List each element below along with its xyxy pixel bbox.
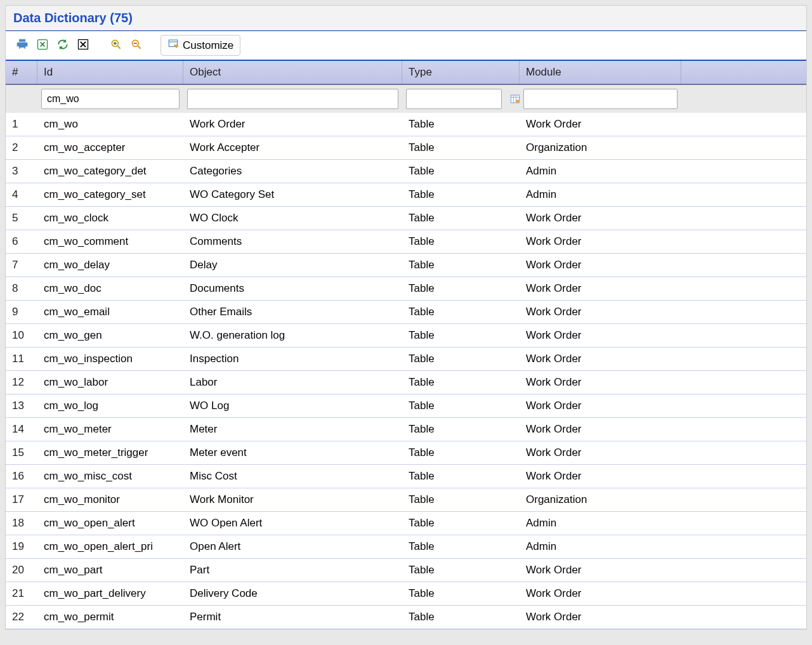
- print-button[interactable]: [13, 37, 31, 55]
- export-excel-button[interactable]: [34, 37, 51, 55]
- table-row[interactable]: 13cm_wo_logWO LogTableWork Order: [6, 394, 806, 418]
- table-row[interactable]: 22cm_wo_permitPermitTableWork Order: [6, 606, 806, 629]
- zoom-in-button[interactable]: [107, 37, 125, 55]
- cell-rownum: 12: [6, 371, 37, 394]
- cell-type: Table: [402, 418, 520, 441]
- cell-blank: [681, 606, 806, 629]
- cell-blank: [681, 183, 806, 206]
- cell-type: Table: [402, 465, 520, 488]
- clear-filter-button[interactable]: [74, 37, 92, 55]
- cell-blank: [681, 277, 806, 300]
- grid-body: 1cm_woWork OrderTableWork Order2cm_wo_ac…: [6, 113, 806, 629]
- table-row[interactable]: 4cm_wo_category_setWO Category SetTableA…: [6, 183, 806, 207]
- cell-id: cm_wo_clock: [37, 207, 183, 230]
- grid-header: # Id Object Type Module: [6, 61, 806, 85]
- cell-object: Work Accepter: [183, 136, 402, 159]
- cell-module: Work Order: [520, 465, 681, 488]
- cell-id: cm_wo_misc_cost: [37, 465, 183, 488]
- table-row[interactable]: 21cm_wo_part_deliveryDelivery CodeTableW…: [6, 582, 806, 606]
- cell-blank: [681, 301, 806, 323]
- cell-type: Table: [402, 254, 520, 277]
- table-row[interactable]: 8cm_wo_docDocumentsTableWork Order: [6, 277, 806, 301]
- cell-id: cm_wo_delay: [37, 254, 183, 277]
- cell-type: Table: [402, 277, 520, 300]
- cell-module: Work Order: [520, 207, 681, 230]
- cell-blank: [681, 535, 806, 558]
- filter-row: [6, 85, 806, 113]
- customize-button[interactable]: Customize: [160, 35, 240, 56]
- cell-blank: [681, 488, 806, 511]
- table-row[interactable]: 10cm_wo_genW.O. generation logTableWork …: [6, 324, 806, 348]
- cell-object: Part: [183, 559, 402, 582]
- cell-object: Documents: [183, 277, 402, 300]
- cell-module: Work Order: [520, 418, 681, 441]
- cell-type: Table: [402, 371, 520, 394]
- cell-type: Table: [402, 324, 520, 347]
- cell-module: Work Order: [520, 324, 681, 347]
- table-row[interactable]: 3cm_wo_category_detCategoriesTableAdmin: [6, 160, 806, 183]
- table-row[interactable]: 2cm_wo_accepterWork AccepterTableOrganiz…: [6, 136, 806, 160]
- cell-rownum: 8: [6, 277, 37, 300]
- cell-object: Meter event: [183, 441, 402, 464]
- cell-blank: [681, 324, 806, 347]
- cell-object: Delay: [183, 254, 402, 277]
- cell-blank: [681, 207, 806, 230]
- cell-rownum: 13: [6, 394, 37, 417]
- table-row[interactable]: 7cm_wo_delayDelayTableWork Order: [6, 254, 806, 277]
- table-row[interactable]: 18cm_wo_open_alertWO Open AlertTableAdmi…: [6, 512, 806, 535]
- cell-module: Organization: [520, 136, 681, 159]
- cell-type: Table: [402, 559, 520, 582]
- table-row[interactable]: 6cm_wo_commentCommentsTableWork Order: [6, 230, 806, 254]
- col-rownum[interactable]: #: [6, 61, 37, 84]
- cell-type: Table: [402, 136, 520, 159]
- cell-module: Work Order: [520, 113, 681, 136]
- cell-blank: [681, 582, 806, 605]
- cell-object: Meter: [183, 418, 402, 441]
- excel-icon: [36, 38, 49, 53]
- cell-blank: [681, 512, 806, 535]
- filter-id-input[interactable]: [41, 89, 180, 109]
- cell-type: Table: [402, 348, 520, 370]
- data-dictionary-panel: Data Dictionary (75): [5, 5, 807, 630]
- table-row[interactable]: 16cm_wo_misc_costMisc CostTableWork Orde…: [6, 465, 806, 488]
- table-row[interactable]: 1cm_woWork OrderTableWork Order: [6, 113, 806, 136]
- cell-id: cm_wo_open_alert_pri: [37, 535, 183, 558]
- table-row[interactable]: 14cm_wo_meterMeterTableWork Order: [6, 418, 806, 441]
- col-object[interactable]: Object: [183, 61, 402, 84]
- cell-type: Table: [402, 512, 520, 535]
- customize-icon: [167, 38, 179, 53]
- cell-type: Table: [402, 535, 520, 558]
- cell-object: Permit: [183, 606, 402, 629]
- table-row[interactable]: 19cm_wo_open_alert_priOpen AlertTableAdm…: [6, 535, 806, 559]
- table-row[interactable]: 15cm_wo_meter_triggerMeter eventTableWor…: [6, 441, 806, 465]
- col-blank: [681, 61, 806, 84]
- col-module[interactable]: Module: [520, 61, 681, 84]
- filter-object-input[interactable]: [187, 89, 398, 109]
- col-type[interactable]: Type: [402, 61, 520, 84]
- table-row[interactable]: 12cm_wo_laborLaborTableWork Order: [6, 371, 806, 394]
- table-row[interactable]: 9cm_wo_emailOther EmailsTableWork Order: [6, 301, 806, 324]
- refresh-button[interactable]: [54, 37, 72, 55]
- table-row[interactable]: 17cm_wo_monitorWork MonitorTableOrganiza…: [6, 488, 806, 512]
- filter-module-input[interactable]: [523, 89, 678, 109]
- cell-object: Delivery Code: [183, 582, 402, 605]
- zoom-in-icon: [110, 38, 122, 53]
- cell-rownum: 5: [6, 207, 37, 230]
- cell-module: Work Order: [520, 394, 681, 417]
- table-row[interactable]: 20cm_wo_partPartTableWork Order: [6, 559, 806, 582]
- zoom-out-button[interactable]: [128, 37, 145, 55]
- cell-type: Table: [402, 301, 520, 323]
- table-row[interactable]: 11cm_wo_inspectionInspectionTableWork Or…: [6, 348, 806, 371]
- cell-blank: [681, 136, 806, 159]
- cell-rownum: 15: [6, 441, 37, 464]
- filter-type-input[interactable]: [406, 89, 502, 109]
- cell-blank: [681, 441, 806, 464]
- table-row[interactable]: 5cm_wo_clockWO ClockTableWork Order: [6, 207, 806, 230]
- cell-blank: [681, 465, 806, 488]
- cell-blank: [681, 254, 806, 277]
- col-id[interactable]: Id: [37, 61, 183, 84]
- cell-module: Admin: [520, 512, 681, 535]
- printer-icon: [16, 38, 29, 53]
- cell-id: cm_wo_part: [37, 559, 183, 582]
- cell-module: Organization: [520, 488, 681, 511]
